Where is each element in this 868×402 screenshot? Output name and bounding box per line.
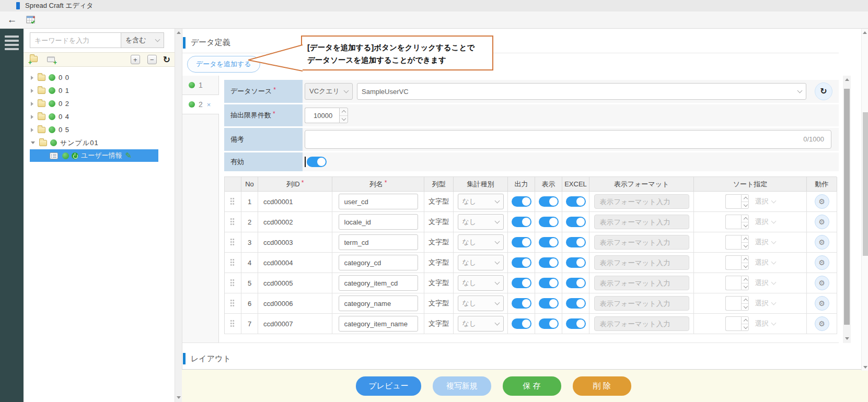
spinner-down-icon[interactable] <box>742 324 748 331</box>
sort-order-input[interactable] <box>725 194 741 209</box>
agg-type-select[interactable]: なし <box>458 275 504 291</box>
menu-icon[interactable] <box>5 36 19 50</box>
gear-icon[interactable]: ⚙ <box>815 235 829 250</box>
excel-toggle[interactable] <box>566 278 586 288</box>
number-spinner[interactable] <box>741 215 749 229</box>
sort-order-input[interactable] <box>725 276 741 290</box>
agg-type-select[interactable]: なし <box>458 234 504 250</box>
collapse-all-button[interactable]: − <box>147 55 157 64</box>
save-button[interactable]: 保 存 <box>503 376 561 396</box>
chevron-right-icon[interactable] <box>31 76 33 80</box>
drag-handle-icon[interactable] <box>230 239 235 246</box>
number-spinner[interactable] <box>741 235 749 250</box>
scrollbar-up-icon[interactable] <box>177 31 181 34</box>
col-name-input[interactable] <box>339 214 418 230</box>
agg-type-select[interactable]: なし <box>458 194 504 209</box>
scrollbar-up-icon[interactable] <box>845 78 849 81</box>
tree-folder-row-expanded[interactable]: サンプル01 <box>24 136 175 149</box>
scrollbar-down-icon[interactable] <box>177 396 181 399</box>
search-input[interactable] <box>30 32 121 48</box>
sort-order-input[interactable] <box>725 255 741 270</box>
display-format-input[interactable] <box>594 316 689 331</box>
col-name-input[interactable] <box>339 194 418 209</box>
number-spinner[interactable] <box>339 108 348 123</box>
agg-type-select[interactable]: なし <box>458 214 504 230</box>
gear-icon[interactable]: ⚙ <box>815 215 829 229</box>
number-spinner[interactable] <box>741 316 749 331</box>
display-toggle[interactable] <box>539 278 559 288</box>
chevron-right-icon[interactable] <box>31 102 33 106</box>
display-toggle[interactable] <box>539 257 559 268</box>
display-toggle[interactable] <box>539 217 559 227</box>
scrollbar-up-icon[interactable] <box>863 31 867 34</box>
chevron-down-icon[interactable] <box>771 300 776 305</box>
chevron-right-icon[interactable] <box>31 128 33 132</box>
tree-folder-row[interactable]: 0 4 <box>24 110 175 123</box>
spinner-down-icon[interactable] <box>742 303 748 311</box>
chevron-down-icon[interactable] <box>771 321 776 326</box>
tab-datasource-1[interactable]: 1 <box>182 76 218 95</box>
spinner-up-icon[interactable] <box>340 108 348 115</box>
gear-icon[interactable]: ⚙ <box>815 316 829 331</box>
spinner-up-icon[interactable] <box>742 215 748 222</box>
display-toggle[interactable] <box>539 298 559 309</box>
back-button[interactable]: ← <box>5 14 19 26</box>
chevron-right-icon[interactable] <box>31 89 33 93</box>
number-spinner[interactable] <box>741 276 749 290</box>
sort-order-input[interactable] <box>725 235 741 250</box>
limit-input[interactable] <box>305 108 339 123</box>
display-format-input[interactable] <box>594 276 689 290</box>
drag-handle-icon[interactable] <box>230 198 235 206</box>
spinner-up-icon[interactable] <box>742 276 748 283</box>
enabled-toggle[interactable] <box>307 157 327 167</box>
drag-handle-icon[interactable] <box>230 218 235 226</box>
drag-handle-icon[interactable] <box>230 259 235 267</box>
spinner-up-icon[interactable] <box>742 256 748 263</box>
output-toggle[interactable] <box>512 278 531 288</box>
scrollbar-down-icon[interactable] <box>863 366 867 369</box>
excel-toggle[interactable] <box>566 237 586 247</box>
agg-type-select[interactable]: なし <box>458 295 504 311</box>
number-spinner[interactable] <box>741 296 749 311</box>
display-format-input[interactable] <box>594 215 689 229</box>
copy-new-button[interactable]: 複写新規 <box>433 376 491 396</box>
output-toggle[interactable] <box>512 318 531 329</box>
scrollbar-thumb[interactable] <box>863 112 868 256</box>
spinner-down-icon[interactable] <box>742 222 748 229</box>
col-name-input[interactable] <box>339 255 418 270</box>
scrollbar-thumb[interactable] <box>844 89 850 325</box>
tree-folder-row[interactable]: 0 2 <box>24 97 175 110</box>
datasource-type-select[interactable]: VCクエリ <box>305 83 353 100</box>
tab-datasource-2[interactable]: 2 × <box>182 95 219 114</box>
sort-order-input[interactable] <box>725 296 741 311</box>
spinner-down-icon[interactable] <box>742 242 748 250</box>
spinner-down-icon[interactable] <box>742 283 748 290</box>
chevron-down-icon[interactable] <box>771 239 776 244</box>
col-name-input[interactable] <box>339 234 418 250</box>
spinner-up-icon[interactable] <box>742 317 748 324</box>
spreadsheet-icon[interactable] <box>26 16 36 24</box>
excel-toggle[interactable] <box>566 257 586 268</box>
display-toggle[interactable] <box>539 237 559 247</box>
display-format-input[interactable] <box>594 296 689 311</box>
output-toggle[interactable] <box>512 257 531 268</box>
scrollbar-down-icon[interactable] <box>845 337 849 340</box>
chevron-down-icon[interactable] <box>771 219 776 224</box>
drag-handle-icon[interactable] <box>230 300 235 308</box>
delete-button[interactable]: 削 除 <box>573 376 631 396</box>
chevron-down-icon[interactable] <box>771 280 776 285</box>
spinner-down-icon[interactable] <box>742 202 748 209</box>
spinner-up-icon[interactable] <box>742 195 748 202</box>
display-format-input[interactable] <box>594 194 689 209</box>
display-toggle[interactable] <box>539 196 559 207</box>
drag-handle-icon[interactable] <box>230 279 235 287</box>
spinner-up-icon[interactable] <box>742 297 748 303</box>
tree-item-selected[interactable]: ユーザー情報 ✎ <box>30 149 158 162</box>
display-format-input[interactable] <box>594 235 689 250</box>
number-spinner[interactable] <box>741 194 749 209</box>
datasource-refresh-button[interactable]: ↻ <box>815 82 832 100</box>
add-folder-button[interactable]: + <box>30 56 38 64</box>
pencil-icon[interactable]: ✎ <box>125 151 132 160</box>
number-spinner[interactable] <box>741 255 749 270</box>
output-toggle[interactable] <box>512 217 531 227</box>
